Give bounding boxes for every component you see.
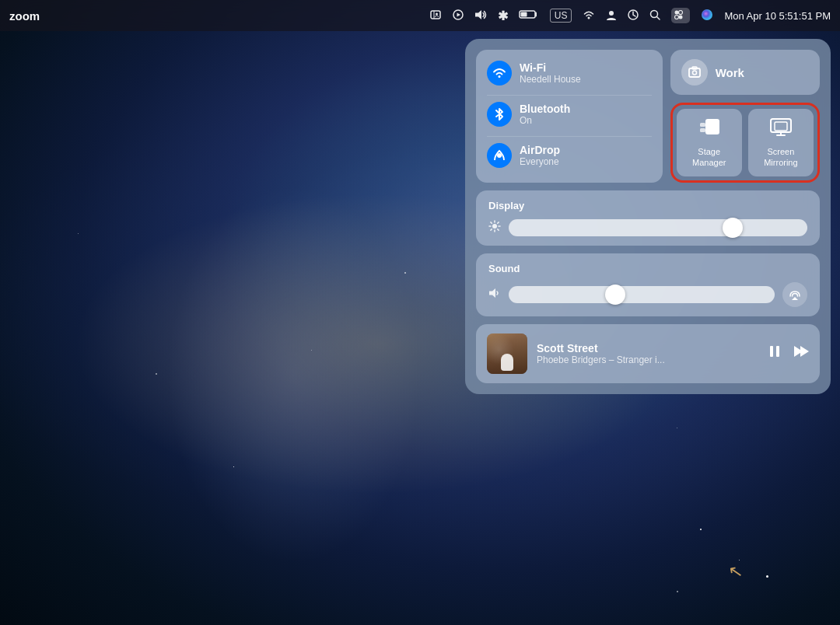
track-info: Scott Street Phoebe Bridgers – Stranger … — [537, 342, 758, 365]
volume-thumb[interactable] — [605, 285, 625, 305]
battery-icon[interactable] — [519, 9, 539, 22]
svg-point-12 — [675, 11, 679, 15]
stage-manager-card[interactable]: StageManager — [677, 109, 742, 176]
display-slider-row — [488, 219, 807, 236]
svg-rect-39 — [776, 346, 779, 357]
album-art — [487, 333, 527, 374]
zoom-logo[interactable]: zoom — [9, 9, 40, 23]
svg-point-8 — [609, 11, 614, 16]
svg-rect-7 — [520, 12, 527, 17]
bluetooth-icon[interactable]: ✱ — [498, 9, 508, 23]
history-icon[interactable] — [628, 9, 639, 23]
svg-marker-4 — [457, 12, 460, 16]
wifi-text: Wi-Fi Needell House — [520, 61, 581, 85]
album-art-ghost — [501, 354, 513, 371]
sound-title: Sound — [488, 263, 807, 274]
bluetooth-sub: On — [520, 115, 570, 126]
volume-slider[interactable] — [509, 286, 775, 303]
airdrop-item[interactable]: AirDrop Everyone — [487, 136, 652, 171]
wifi-name: Wi-Fi — [520, 61, 581, 74]
top-row: Wi-Fi Needell House Bluetooth On — [476, 50, 820, 183]
wifi-sub: Needell House — [520, 74, 581, 85]
stage-manager-icon — [698, 117, 721, 142]
svg-point-19 — [692, 71, 696, 75]
svg-point-15 — [679, 16, 683, 19]
display-title: Display — [488, 200, 807, 211]
bluetooth-text: Bluetooth On — [520, 103, 570, 126]
bluetooth-item[interactable]: Bluetooth On — [487, 95, 652, 130]
sound-card: Sound — [476, 253, 820, 316]
svg-marker-5 — [475, 10, 481, 19]
display-card: Display — [476, 190, 820, 246]
volume-icon[interactable] — [474, 9, 487, 23]
menubar-time: Mon Apr 10 5:51:51 PM — [724, 10, 831, 22]
menubar-left: zoom — [9, 9, 40, 23]
svg-point-13 — [679, 11, 683, 15]
contacts-icon[interactable] — [429, 9, 442, 23]
svg-line-35 — [498, 222, 499, 223]
focus-work-label: Work — [716, 66, 744, 79]
play-icon[interactable] — [453, 9, 464, 23]
bluetooth-name: Bluetooth — [520, 103, 570, 115]
svg-rect-38 — [770, 346, 773, 357]
connectivity-card: Wi-Fi Needell House Bluetooth On — [476, 50, 663, 183]
svg-point-2 — [436, 12, 438, 15]
svg-line-33 — [491, 222, 492, 223]
svg-point-14 — [675, 16, 679, 19]
stage-manager-label: StageManager — [692, 146, 726, 169]
menubar-right: ✱ US Mon Apr 10 5:51:51 PM — [429, 8, 831, 23]
airplay-button[interactable] — [782, 282, 807, 307]
control-center-icon[interactable] — [671, 8, 690, 23]
focus-work-card[interactable]: Work — [670, 50, 820, 95]
now-playing-card: Scott Street Phoebe Bridgers – Stranger … — [476, 324, 820, 383]
search-icon[interactable] — [649, 9, 660, 23]
svg-line-34 — [498, 229, 499, 230]
playback-controls — [767, 344, 809, 363]
svg-rect-0 — [431, 11, 440, 19]
svg-rect-25 — [775, 122, 787, 131]
user-icon[interactable] — [606, 9, 617, 23]
svg-line-36 — [491, 229, 492, 230]
wifi-item[interactable]: Wi-Fi Needell House — [487, 58, 652, 89]
svg-rect-22 — [700, 123, 705, 127]
airdrop-toggle-icon[interactable] — [487, 143, 512, 168]
airdrop-sub: Everyone — [520, 156, 560, 167]
brightness-thumb[interactable] — [723, 218, 743, 238]
svg-point-16 — [702, 9, 712, 20]
desktop: zoom ✱ US — [0, 0, 840, 625]
highlighted-group: StageManager ScreenMirroring — [670, 103, 820, 183]
pause-button[interactable] — [767, 344, 782, 363]
svg-point-17 — [497, 153, 502, 158]
airdrop-text: AirDrop Everyone — [520, 144, 560, 167]
svg-point-28 — [492, 224, 497, 229]
svg-marker-37 — [489, 288, 495, 298]
track-name: Scott Street — [537, 342, 758, 354]
sound-slider-row — [488, 282, 807, 307]
svg-rect-21 — [705, 119, 719, 134]
screen-mirroring-card[interactable]: ScreenMirroring — [748, 109, 814, 176]
wifi-toggle-icon[interactable] — [487, 61, 512, 86]
speaker-icon — [488, 287, 501, 302]
svg-marker-41 — [800, 346, 809, 357]
svg-rect-23 — [700, 128, 705, 132]
brightness-icon — [488, 220, 501, 235]
brightness-slider[interactable] — [509, 219, 807, 236]
screen-mirroring-label: ScreenMirroring — [764, 146, 797, 169]
screen-mirroring-icon — [769, 117, 793, 142]
wifi-icon[interactable] — [583, 9, 595, 23]
next-button[interactable] — [792, 344, 809, 363]
airdrop-name: AirDrop — [520, 144, 560, 156]
menubar: zoom ✱ US — [0, 0, 840, 31]
keyboard-input-icon[interactable]: US — [550, 9, 572, 23]
svg-line-11 — [657, 16, 660, 19]
work-focus-icon — [681, 59, 708, 86]
siri-icon[interactable] — [701, 9, 713, 23]
right-cards: Work StageManager — [670, 50, 820, 183]
track-artist: Phoebe Bridgers – Stranger i... — [537, 354, 758, 365]
control-center-panel: Wi-Fi Needell House Bluetooth On — [465, 39, 831, 394]
bluetooth-toggle-icon[interactable] — [487, 102, 512, 127]
